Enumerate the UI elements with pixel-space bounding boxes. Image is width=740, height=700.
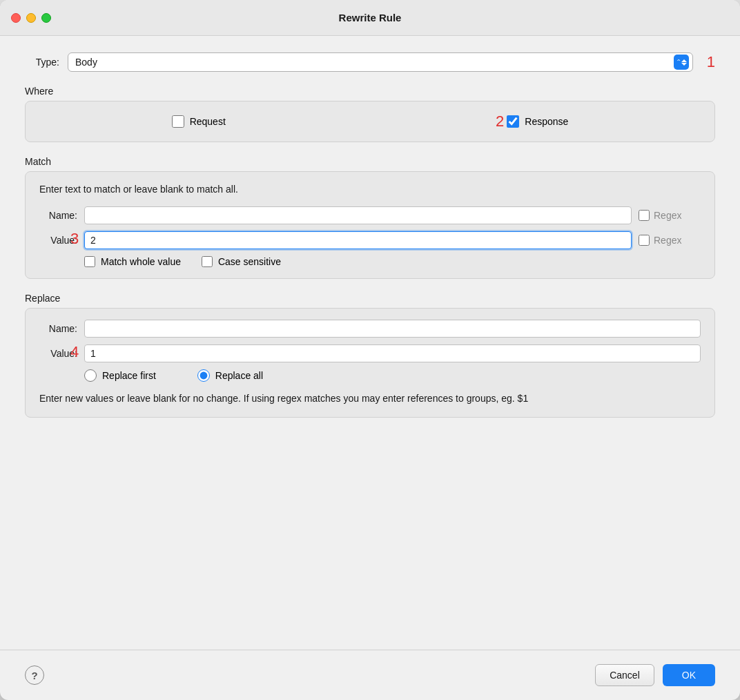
match-value-annotation: 3 [70, 230, 79, 248]
replace-section: Replace Name: Value: 4 [25, 293, 715, 418]
match-title: Match [25, 156, 715, 167]
replace-name-label: Name: [39, 323, 77, 334]
match-name-regex-checkbox[interactable] [639, 210, 650, 221]
match-description: Enter text to match or leave blank to ma… [39, 183, 701, 197]
where-num-annotation: 2 [496, 113, 504, 130]
match-name-input[interactable] [84, 206, 632, 224]
window-title: Rewrite Rule [339, 12, 402, 23]
maximize-button[interactable] [41, 13, 51, 23]
match-name-label: Name: [39, 210, 77, 221]
match-name-regex-group: Regex [639, 210, 701, 221]
replace-name-input[interactable] [84, 320, 701, 338]
match-value-input[interactable] [84, 231, 632, 249]
replace-value-input[interactable] [84, 344, 701, 362]
match-value-regex-label: Regex [654, 235, 681, 246]
request-label: Request [190, 116, 226, 127]
replace-note: Enter new values or leave blank for no c… [39, 391, 701, 406]
where-box: Request 2 Response [25, 101, 715, 142]
match-whole-value-label: Match whole value [101, 256, 181, 267]
replace-all-item[interactable]: Replace all [197, 369, 263, 382]
replace-radio-row: Replace first Replace all [84, 369, 701, 382]
type-label: Type: [25, 57, 59, 68]
replace-first-radio[interactable] [84, 369, 97, 382]
case-sensitive-item[interactable]: Case sensitive [202, 256, 281, 267]
case-sensitive-checkbox[interactable] [202, 256, 213, 267]
window: Rewrite Rule Type: Body Header Cookie St… [0, 0, 740, 700]
where-section: Where Request 2 Response [25, 86, 715, 142]
where-title: Where [25, 86, 715, 97]
case-sensitive-label: Case sensitive [218, 256, 281, 267]
help-button[interactable]: ? [25, 665, 44, 685]
request-checkbox[interactable] [172, 115, 184, 128]
match-value-regex-checkbox[interactable] [639, 235, 650, 246]
type-select[interactable]: Body Header Cookie Status [68, 52, 693, 72]
type-select-wrapper: Body Header Cookie Status [68, 52, 693, 72]
replace-first-label: Replace first [102, 370, 156, 381]
type-row: Type: Body Header Cookie Status 1 [25, 52, 715, 72]
replace-title: Replace [25, 293, 715, 304]
replace-first-item[interactable]: Replace first [84, 369, 156, 382]
cancel-button[interactable]: Cancel [595, 664, 654, 686]
where-annotation: 2 Response [490, 113, 568, 130]
traffic-lights [11, 13, 51, 23]
match-value-regex-group: Regex [639, 235, 701, 246]
match-whole-value-checkbox[interactable] [84, 256, 95, 267]
minimize-button[interactable] [26, 13, 36, 23]
bottom-bar: ? Cancel OK [0, 650, 740, 700]
replace-all-radio[interactable] [197, 369, 210, 382]
match-options-row: Match whole value Case sensitive [84, 256, 701, 267]
where-checkboxes: Request 2 Response [39, 113, 701, 130]
response-label: Response [525, 116, 568, 127]
replace-all-label: Replace all [215, 370, 263, 381]
match-box: Enter text to match or leave blank to ma… [25, 171, 715, 279]
close-button[interactable] [11, 13, 21, 23]
match-whole-value-item[interactable]: Match whole value [84, 256, 181, 267]
match-name-row: Name: Regex [39, 206, 701, 224]
dialog-buttons: Cancel OK [595, 664, 715, 686]
main-content: Type: Body Header Cookie Status 1 [0, 36, 740, 650]
ok-button[interactable]: OK [663, 664, 715, 686]
replace-box: Name: Value: 4 Replace first [25, 308, 715, 418]
request-checkbox-item[interactable]: Request [172, 115, 226, 128]
replace-name-row: Name: [39, 320, 701, 338]
match-section: Match Enter text to match or leave blank… [25, 156, 715, 279]
response-checkbox[interactable] [507, 115, 519, 128]
type-annotation: 1 [707, 53, 715, 71]
replace-value-annotation: 4 [70, 343, 79, 361]
match-name-regex-label: Regex [654, 210, 681, 221]
response-checkbox-item[interactable]: Response [507, 115, 568, 128]
match-value-row: Value: 3 Regex [39, 231, 701, 249]
replace-value-row: Value: 4 [39, 344, 701, 362]
titlebar: Rewrite Rule [0, 0, 740, 36]
